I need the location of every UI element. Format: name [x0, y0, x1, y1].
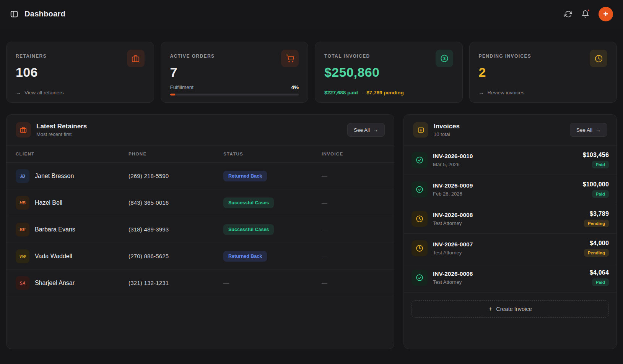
invoice-value: — [322, 253, 385, 259]
panel-subtitle: Most recent first [36, 131, 87, 137]
table-header: CLIENT PHONE STATUS INVOICE [7, 146, 394, 163]
stat-value: $250,860 [324, 65, 453, 80]
latest-retainers-panel: Latest Retainers Most recent first See A… [6, 114, 394, 349]
invoices-panel: $ Invoices 10 total See All → INV-2026-0… [403, 114, 617, 349]
notifications-button[interactable] [581, 10, 589, 18]
avatar: JB [16, 169, 29, 183]
invoice-value: — [322, 173, 385, 179]
separator-dot: · [361, 90, 363, 95]
top-bar: Dashboard + [0, 0, 623, 28]
stat-value: 106 [16, 65, 145, 80]
table-row[interactable]: SA Sharjeel Ansar (321) 132-1231 — — [7, 270, 394, 296]
see-all-invoices-button[interactable]: See All → [570, 123, 607, 137]
invoice-subtitle: Test Attorney [433, 220, 473, 226]
client-name: Barbara Evans [35, 226, 75, 233]
client-phone: (270) 886-5625 [129, 253, 223, 259]
stat-card-active-orders: ACTIVE ORDERS 7 Fulfillment 4% [161, 42, 309, 103]
invoice-item[interactable]: INV-2026-0010 Mar 5, 2026 $103,456 Paid [404, 146, 616, 175]
invoice-subtitle: Feb 26, 2026 [433, 191, 473, 197]
client-name: Hazel Bell [35, 199, 62, 206]
column-header-client: CLIENT [16, 152, 129, 156]
arrow-right-icon: → [595, 127, 601, 133]
stat-label: ACTIVE ORDERS [170, 53, 215, 59]
page-title: Dashboard [24, 10, 65, 18]
invoice-status-icon [412, 270, 428, 286]
panel-title: Latest Retainers [36, 123, 87, 130]
progress-label: Fulfillment [170, 84, 194, 90]
pending-amount: $7,789 pending [366, 90, 404, 95]
progress-bar [170, 94, 299, 95]
invoice-id: INV-2026-0009 [433, 182, 473, 189]
client-name: Janet Bresson [35, 173, 74, 180]
invoice-item[interactable]: INV-2026-0008 Test Attorney $3,789 Pendi… [404, 204, 616, 234]
invoice-status-badge: Pending [584, 220, 609, 227]
status-badge: Successful Cases [223, 197, 274, 208]
status-badge: Returned Back [223, 251, 267, 262]
invoice-id: INV-2026-0007 [433, 241, 473, 248]
stat-label: TOTAL INVOICED [324, 53, 370, 59]
status-badge: — [223, 280, 229, 286]
view-all-retainers-link[interactable]: → View all retainers [16, 89, 145, 95]
create-invoice-button[interactable]: + Create Invoice [412, 300, 609, 318]
svg-text:$: $ [420, 128, 422, 132]
invoice-item[interactable]: INV-2026-0007 Test Attorney $4,000 Pendi… [404, 234, 616, 263]
progress-percent: 4% [291, 84, 299, 90]
column-header-status: STATUS [223, 152, 322, 156]
invoice-value: — [322, 226, 385, 233]
invoice-subtitle: Test Attorney [433, 250, 473, 256]
clock-icon [416, 244, 423, 252]
avatar: SA [16, 276, 29, 290]
stat-value: 2 [479, 65, 608, 80]
avatar: VW [16, 249, 29, 263]
invoice-amount: $103,456 [583, 152, 609, 159]
client-name: Sharjeel Ansar [35, 280, 75, 286]
avatar: BE [16, 223, 29, 236]
invoice-id: INV-2026-0006 [433, 270, 473, 277]
invoice-status-badge: Paid [592, 161, 609, 168]
status-badge: Returned Back [223, 171, 267, 181]
review-invoices-link[interactable]: → Review invoices [479, 89, 608, 95]
check-circle-icon [416, 274, 423, 281]
briefcase-icon [16, 122, 31, 138]
stat-label: PENDING INVOICES [479, 53, 532, 59]
notification-dot [587, 9, 590, 12]
invoice-item[interactable]: INV-2026-0006 Test Attorney $4,064 Paid [404, 263, 616, 293]
invoice-amount: $3,789 [584, 210, 609, 217]
table-row[interactable]: BE Barbara Evans (318) 489-3993 Successf… [7, 216, 394, 243]
paid-amount: $227,688 paid [324, 90, 358, 95]
invoice-status-icon [412, 152, 428, 168]
arrow-right-icon: → [373, 127, 378, 133]
invoice-status-badge: Pending [584, 249, 609, 257]
table-row[interactable]: JB Janet Bresson (269) 218-5590 Returned… [7, 163, 394, 189]
invoice-id: INV-2026-0008 [433, 212, 473, 218]
invoice-status-icon [412, 240, 428, 256]
client-name: Vada Waddell [35, 253, 72, 260]
stat-card-total-invoiced: TOTAL INVOICED $ $250,860 $227,688 paid … [315, 42, 463, 103]
arrow-right-icon: → [479, 89, 484, 95]
invoice-item[interactable]: INV-2026-0009 Feb 26, 2026 $100,000 Paid [404, 175, 616, 204]
stat-card-retainers: RETAINERS 106 → View all retainers [6, 42, 154, 103]
table-row[interactable]: HB Hazel Bell (843) 365-0016 Successful … [7, 189, 394, 216]
invoice-subtitle: Test Attorney [433, 279, 473, 285]
dollar-square-icon: $ [413, 122, 428, 138]
progress-fill [170, 94, 175, 95]
sidebar-toggle-icon[interactable] [10, 10, 18, 18]
invoice-amount: $4,000 [584, 240, 609, 247]
invoice-id: INV-2026-0010 [433, 153, 473, 160]
status-badge: Successful Cases [223, 224, 274, 235]
table-row[interactable]: VW Vada Waddell (270) 886-5625 Returned … [7, 243, 394, 270]
client-phone: (318) 489-3993 [129, 226, 223, 233]
svg-text:$: $ [443, 57, 446, 61]
add-button[interactable]: + [599, 7, 613, 21]
refresh-button[interactable] [564, 10, 572, 18]
invoice-subtitle: Mar 5, 2026 [433, 162, 473, 167]
invoice-value: — [322, 280, 385, 286]
client-phone: (321) 132-1231 [129, 280, 223, 286]
client-phone: (269) 218-5590 [129, 173, 223, 179]
see-all-retainers-button[interactable]: See All → [347, 123, 385, 137]
stat-value: 7 [170, 65, 299, 80]
invoice-amount: $4,064 [590, 269, 609, 276]
clock-icon [416, 215, 423, 223]
arrow-right-icon: → [16, 89, 21, 95]
stat-label: RETAINERS [16, 53, 47, 59]
